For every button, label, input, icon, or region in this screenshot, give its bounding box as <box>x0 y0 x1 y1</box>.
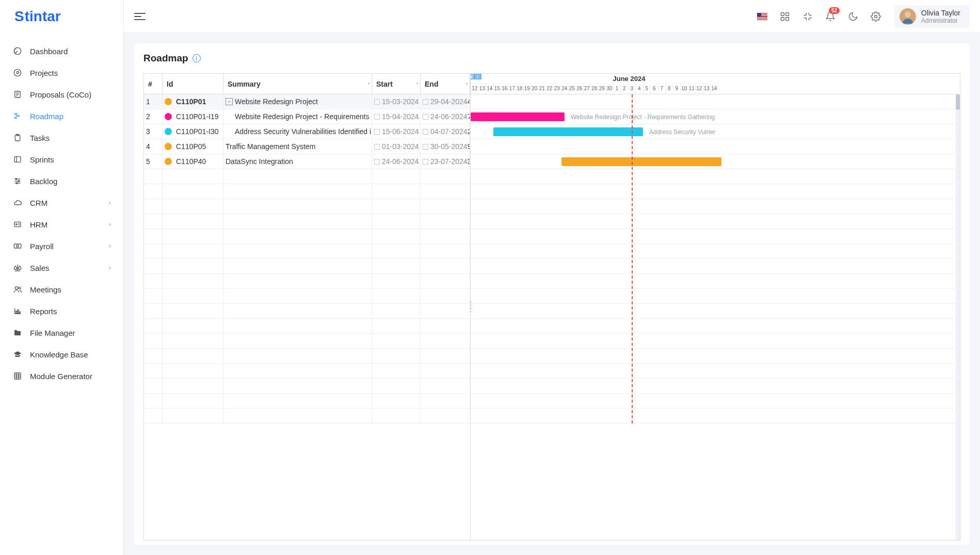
checkbox[interactable] <box>423 159 428 165</box>
col-end[interactable]: End▪ <box>421 74 470 94</box>
table-row[interactable]: 2C110P01-I19Website Redesign Project - R… <box>144 109 470 124</box>
sidebar-item-proposals-coco-[interactable]: Proposals (CoCo) <box>0 84 123 105</box>
panel-icon <box>12 154 23 165</box>
svg-point-20 <box>16 224 18 225</box>
sidebar-item-projects[interactable]: Projects <box>0 62 123 84</box>
table-row[interactable]: 1C110P01−Website Redesign Project15-03-2… <box>144 94 470 109</box>
table-row-empty <box>144 274 470 289</box>
gantt-row <box>471 409 960 423</box>
sidebar-item-sprints[interactable]: Sprints <box>0 149 123 170</box>
cell-index: 4 <box>144 139 163 154</box>
timeline-next-button[interactable]: › <box>474 74 481 79</box>
theme-button[interactable] <box>843 6 863 27</box>
sidebar-item-tasks[interactable]: Tasks <box>0 127 123 149</box>
table-row[interactable]: 3C110P01-I30Address Security Vulnerabili… <box>144 124 470 139</box>
timeline-day: 14 <box>486 83 493 94</box>
timeline-today-button[interactable]: ● <box>471 74 474 79</box>
timeline-day: 2 <box>620 83 628 94</box>
checkbox[interactable] <box>374 159 380 165</box>
sort-icon[interactable]: ▪ <box>368 81 369 86</box>
col-start[interactable]: Start▪ <box>372 74 421 94</box>
checkbox[interactable] <box>423 114 428 120</box>
checkbox[interactable] <box>423 144 428 150</box>
gantt-bar[interactable] <box>561 157 721 166</box>
cell-summary: −Website Redesign Project <box>223 94 372 109</box>
cell-id: C110P01 <box>174 94 223 109</box>
sidebar-item-knowledge-base[interactable]: Knowledge Base <box>0 344 123 365</box>
checkbox[interactable] <box>374 144 380 150</box>
timeline-day: 19 <box>523 83 531 94</box>
sidebar-item-module-generator[interactable]: Module Generator <box>0 365 123 387</box>
gantt-row <box>471 289 960 304</box>
sidebar-item-sales[interactable]: Sales› <box>0 257 123 279</box>
col-id[interactable]: Id <box>163 74 223 94</box>
table-row[interactable]: 4C110P05Traffic Management System01-03-2… <box>144 139 470 154</box>
sidebar-item-backlog[interactable]: Backlog <box>0 170 123 192</box>
timeline-day: 7 <box>658 83 666 94</box>
table-row[interactable]: 5C110P40DataSync Integration24-06-202423… <box>144 154 470 169</box>
fullscreen-exit-button[interactable] <box>797 6 818 27</box>
gantt-row: Website Redesign Project - Requirements … <box>471 109 960 124</box>
sort-icon[interactable]: ▪ <box>466 81 468 86</box>
sidebar-item-payroll[interactable]: Payroll› <box>0 235 123 257</box>
sidebar-item-dashboard[interactable]: Dashboard <box>0 40 123 62</box>
cell-status <box>163 109 174 124</box>
chevron-right-icon: › <box>109 242 111 250</box>
cell-id: C110P40 <box>174 154 223 169</box>
timeline-day: 5 <box>643 83 651 94</box>
checkbox[interactable] <box>374 129 380 135</box>
gantt-row <box>471 274 960 289</box>
checkbox[interactable] <box>423 99 428 105</box>
sidebar-item-roadmap[interactable]: Roadmap <box>0 105 123 127</box>
cell-status <box>163 139 174 154</box>
language-flag-button[interactable] <box>752 6 773 27</box>
column-splitter[interactable] <box>470 301 472 313</box>
svg-rect-30 <box>18 309 19 314</box>
logo[interactable]: S tintar <box>0 0 123 33</box>
menu-toggle-button[interactable] <box>134 10 147 23</box>
settings-button[interactable] <box>865 6 886 27</box>
flag-us-icon <box>757 13 767 20</box>
collapse-button[interactable]: − <box>226 98 233 105</box>
gradcap-icon <box>12 349 23 360</box>
gantt-bar[interactable] <box>471 112 565 121</box>
gantt-row <box>471 334 960 349</box>
timeline-day: 13 <box>703 83 711 94</box>
checkbox[interactable] <box>374 99 380 105</box>
cell-start: 24-06-2024 <box>372 154 421 169</box>
cell-end: 04-07-2024 2 <box>421 124 470 139</box>
doc-list-icon <box>12 89 23 100</box>
col-summary[interactable]: Summary▪ <box>223 74 372 94</box>
sidebar-item-crm[interactable]: CRM› <box>0 192 123 214</box>
sidebar-item-file-manager[interactable]: File Manager <box>0 322 123 344</box>
gantt-row <box>471 229 960 244</box>
gantt-row <box>471 184 960 199</box>
gantt-row <box>471 319 960 334</box>
gantt-row <box>471 139 960 154</box>
gantt-row <box>471 199 960 214</box>
sidebar-item-hrm[interactable]: HRM› <box>0 214 123 235</box>
col-index[interactable]: # <box>144 74 163 94</box>
gantt-bar[interactable] <box>493 127 643 136</box>
users-icon <box>12 284 23 295</box>
apps-button[interactable] <box>775 6 795 27</box>
table-row-empty <box>144 334 470 349</box>
id-icon <box>12 219 23 230</box>
sort-icon[interactable]: ▪ <box>416 81 418 86</box>
sidebar-item-meetings[interactable]: Meetings <box>0 279 123 300</box>
timeline-day: 4 <box>635 83 643 94</box>
timeline-day: 6 <box>650 83 658 94</box>
checkbox[interactable] <box>374 114 380 120</box>
gantt-row <box>471 259 960 274</box>
cell-status <box>163 124 174 139</box>
sidebar-item-label: Sprints <box>30 155 111 164</box>
page-title: Roadmap <box>143 53 188 64</box>
timeline-day: 10 <box>680 83 688 94</box>
vertical-scrollbar[interactable] <box>956 94 960 540</box>
notifications-button[interactable]: 52 <box>820 6 841 27</box>
sidebar-item-label: Projects <box>30 69 111 77</box>
sidebar-item-reports[interactable]: Reports <box>0 300 123 322</box>
info-icon[interactable]: i <box>192 54 201 62</box>
user-menu-button[interactable]: Olivia Taylor Administrator <box>894 5 970 28</box>
checkbox[interactable] <box>423 129 428 135</box>
